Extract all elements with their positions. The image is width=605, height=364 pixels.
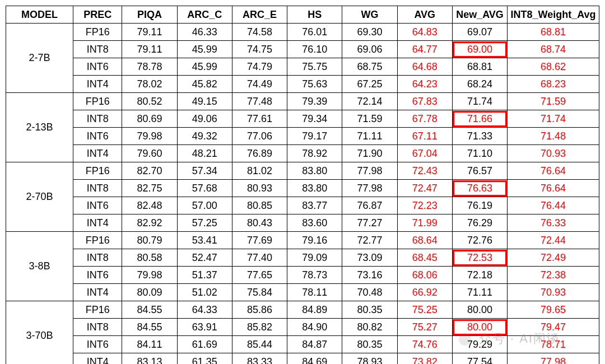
- wg-cell: 68.75: [342, 58, 397, 76]
- new_avg-cell: 71.10: [452, 145, 507, 162]
- avg-cell: 66.92: [397, 284, 452, 301]
- arc_e-cell: 74.58: [232, 24, 287, 41]
- avg-cell: 74.76: [397, 336, 452, 353]
- avg-cell: 67.78: [397, 110, 452, 128]
- piqa-cell: 79.11: [122, 24, 177, 41]
- table-row: 2-13BFP1680.5249.1577.4879.3972.1467.837…: [6, 93, 599, 110]
- table-row: 3-70BFP1684.5564.3385.8684.8980.3575.258…: [6, 301, 599, 319]
- wavg-cell: 76.64: [508, 180, 599, 197]
- wavg-cell: 76.64: [508, 162, 599, 180]
- arc_e-cell: 77.48: [232, 93, 287, 110]
- prec-cell: INT4: [73, 145, 122, 162]
- new_avg-cell: 71.33: [452, 128, 507, 145]
- col-wg: WG: [342, 6, 397, 24]
- new_avg-cell: 76.29: [452, 214, 507, 232]
- table-row: INT880.5852.4777.4079.0973.0968.4572.537…: [6, 249, 599, 267]
- table-row: 3-8BFP1680.7953.4177.6979.1672.7768.6472…: [6, 232, 599, 249]
- arc_c-cell: 61.69: [177, 336, 232, 353]
- avg-cell: 75.25: [397, 301, 452, 319]
- prec-cell: INT8: [73, 110, 122, 128]
- arc_e-cell: 85.82: [232, 319, 287, 336]
- new_avg-cell: 71.11: [452, 284, 507, 301]
- prec-cell: INT6: [73, 197, 122, 214]
- hs-cell: 79.17: [287, 128, 342, 145]
- model-cell: 2-7B: [6, 24, 73, 93]
- wavg-cell: 76.33: [508, 214, 599, 232]
- wg-cell: 76.87: [342, 197, 397, 214]
- avg-cell: 75.27: [397, 319, 452, 336]
- piqa-cell: 79.60: [122, 145, 177, 162]
- piqa-cell: 82.70: [122, 162, 177, 180]
- table-row: INT884.5563.9185.8284.9080.8275.2780.007…: [6, 319, 599, 336]
- piqa-cell: 79.98: [122, 267, 177, 284]
- table-row: INT483.1361.3583.3384.6978.9373.8277.547…: [6, 353, 599, 365]
- prec-cell: INT6: [73, 267, 122, 284]
- wg-cell: 80.35: [342, 336, 397, 353]
- table-row: INT880.6949.0677.6179.3471.5967.7871.667…: [6, 110, 599, 128]
- prec-cell: INT6: [73, 336, 122, 353]
- new_avg-cell: 69.07: [452, 24, 507, 41]
- arc_e-cell: 76.89: [232, 145, 287, 162]
- model-cell: 2-70B: [6, 162, 73, 232]
- prec-cell: INT4: [73, 214, 122, 232]
- wavg-cell: 72.38: [508, 267, 599, 284]
- wavg-cell: 68.81: [508, 24, 599, 41]
- arc_e-cell: 77.61: [232, 110, 287, 128]
- hs-cell: 83.60: [287, 214, 342, 232]
- hs-cell: 75.63: [287, 76, 342, 93]
- wg-cell: 78.93: [342, 353, 397, 365]
- wg-cell: 67.25: [342, 76, 397, 93]
- header-row: MODEL PREC PIQA ARC_C ARC_E HS WG AVG Ne…: [6, 6, 599, 24]
- arc_c-cell: 48.21: [177, 145, 232, 162]
- table-row: INT478.0245.8274.4975.6367.2564.2368.246…: [6, 76, 599, 93]
- avg-cell: 73.82: [397, 353, 452, 365]
- new_avg-cell: 68.24: [452, 76, 507, 93]
- hs-cell: 75.75: [287, 58, 342, 76]
- arc_c-cell: 49.06: [177, 110, 232, 128]
- wg-cell: 69.06: [342, 41, 397, 58]
- table-row: 2-7BFP1679.1146.3374.5876.0169.3064.8369…: [6, 24, 599, 41]
- table-row: INT482.9257.2580.4383.6077.2771.9976.297…: [6, 214, 599, 232]
- avg-cell: 64.23: [397, 76, 452, 93]
- table-row: INT684.1161.6985.4484.8780.3574.7679.297…: [6, 336, 599, 353]
- table-row: INT480.0951.0275.8478.1170.4866.9271.117…: [6, 284, 599, 301]
- wavg-cell: 68.62: [508, 58, 599, 76]
- avg-cell: 67.83: [397, 93, 452, 110]
- wavg-cell: 68.23: [508, 76, 599, 93]
- arc_c-cell: 49.15: [177, 93, 232, 110]
- arc_c-cell: 49.32: [177, 128, 232, 145]
- piqa-cell: 80.58: [122, 249, 177, 267]
- new_avg-cell: 69.00: [452, 41, 507, 58]
- arc_e-cell: 77.06: [232, 128, 287, 145]
- arc_c-cell: 57.25: [177, 214, 232, 232]
- prec-cell: INT6: [73, 58, 122, 76]
- avg-cell: 68.45: [397, 249, 452, 267]
- hs-cell: 83.80: [287, 180, 342, 197]
- wavg-cell: 71.74: [508, 110, 599, 128]
- wg-cell: 69.30: [342, 24, 397, 41]
- arc_c-cell: 53.41: [177, 232, 232, 249]
- new_avg-cell: 71.74: [452, 93, 507, 110]
- piqa-cell: 84.55: [122, 319, 177, 336]
- new_avg-cell: 76.63: [452, 180, 507, 197]
- prec-cell: INT8: [73, 180, 122, 197]
- wg-cell: 73.16: [342, 267, 397, 284]
- arc_c-cell: 45.99: [177, 58, 232, 76]
- avg-cell: 64.68: [397, 58, 452, 76]
- hs-cell: 79.09: [287, 249, 342, 267]
- arc_e-cell: 85.44: [232, 336, 287, 353]
- new_avg-cell: 72.76: [452, 232, 507, 249]
- arc_e-cell: 80.93: [232, 180, 287, 197]
- prec-cell: INT4: [73, 353, 122, 365]
- prec-cell: FP16: [73, 232, 122, 249]
- piqa-cell: 78.02: [122, 76, 177, 93]
- wavg-cell: 79.47: [508, 319, 599, 336]
- prec-cell: INT4: [73, 284, 122, 301]
- table-row: INT682.4857.0080.8583.7776.8772.2376.197…: [6, 197, 599, 214]
- piqa-cell: 79.11: [122, 41, 177, 58]
- table-row: INT679.9849.3277.0679.1771.1167.1171.337…: [6, 128, 599, 145]
- wavg-cell: 77.98: [508, 353, 599, 365]
- wg-cell: 70.48: [342, 284, 397, 301]
- new_avg-cell: 76.57: [452, 162, 507, 180]
- new_avg-cell: 68.81: [452, 58, 507, 76]
